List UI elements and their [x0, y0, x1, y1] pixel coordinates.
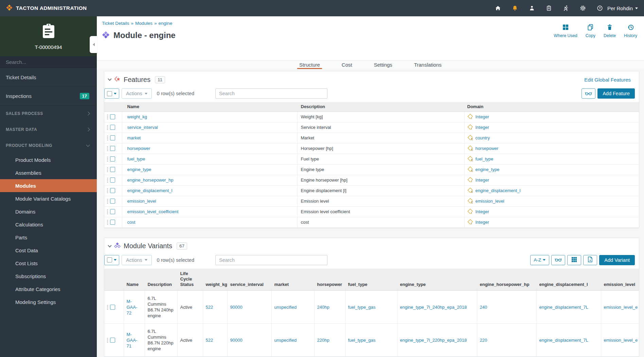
sidebar-search-input[interactable] [0, 59, 97, 65]
variants-collapse-chevron-icon[interactable] [108, 243, 111, 247]
sidebar-item-product-models[interactable]: Product Models [0, 153, 97, 166]
features-collapse-chevron-icon[interactable] [108, 77, 111, 81]
sidebar-item-cost-lists[interactable]: Cost Lists [0, 257, 97, 270]
variant-market-link[interactable]: unspecified [274, 338, 297, 343]
variant-emission-level-link[interactable]: emission_level_e [604, 305, 638, 310]
sidebar-collapse-button[interactable] [90, 36, 97, 53]
variants-grid-view-button[interactable] [567, 255, 581, 265]
variant-name-link[interactable]: M-GAA-72 [127, 299, 138, 316]
drag-handle-icon[interactable] [107, 209, 108, 214]
drag-handle-icon[interactable] [107, 125, 108, 130]
drag-handle-icon[interactable] [107, 114, 108, 119]
features-column-header[interactable]: Domain [464, 102, 639, 112]
domain-link[interactable]: engine_type [476, 167, 500, 172]
settings-gear-icon[interactable] [579, 5, 586, 12]
feature-name-link[interactable]: engine_displacement_l [127, 188, 173, 193]
variant-engine-displacement-l-link[interactable]: engine_displacement_7L [539, 305, 589, 310]
feature-name-link[interactable]: engine_type [127, 167, 151, 172]
variant-weight-kg-link[interactable]: 522 [206, 305, 213, 310]
variants-column-header[interactable]: Name [124, 269, 145, 291]
breadcrumb-ticket-details[interactable]: Ticket Details [102, 21, 129, 26]
domain-link[interactable]: horsepower [476, 146, 499, 151]
row-checkbox[interactable] [110, 156, 115, 162]
variant-engine-type-link[interactable]: engine_type_7l_220hp_epa_2018 [400, 338, 467, 343]
domain-link[interactable]: country [476, 135, 490, 140]
variants-column-header[interactable]: emission_level [601, 269, 639, 291]
drag-handle-icon[interactable] [107, 177, 108, 183]
drag-handle-icon[interactable] [107, 220, 108, 225]
variant-engine-horsepower-hp-link[interactable]: 220 [480, 338, 487, 343]
variant-fuel-type-link[interactable]: fuel_type_gas [348, 305, 376, 310]
row-checkbox[interactable] [110, 338, 115, 343]
row-checkbox[interactable] [110, 125, 115, 130]
variant-name-link[interactable]: M-GAA-71 [127, 332, 138, 348]
feature-name-link[interactable]: fuel_type [127, 156, 145, 162]
delete-button[interactable]: Delete [604, 24, 616, 38]
feature-name-link[interactable]: weight_kg [127, 114, 147, 119]
domain-link[interactable]: Integer [476, 209, 489, 214]
domain-link[interactable]: Integer [476, 177, 489, 183]
user-menu[interactable]: Per Rohdin [607, 5, 638, 11]
sidebar-item-parts[interactable]: Parts [0, 231, 97, 244]
select-all-checkbox[interactable] [107, 91, 112, 96]
features-column-header[interactable]: Description [297, 102, 464, 112]
history-button[interactable]: History [624, 24, 637, 38]
sidebar-item-attribute-categories[interactable]: Attribute Categories [0, 283, 97, 295]
row-checkbox[interactable] [110, 146, 115, 151]
variant-service-interval-link[interactable]: 90000 [230, 338, 243, 343]
variants-column-header[interactable]: horsepower [314, 269, 345, 291]
variants-search-input[interactable] [215, 255, 327, 265]
sidebar-section-master-data[interactable]: MASTER DATA [0, 121, 97, 137]
variants-column-header[interactable]: Life Cycle Status [177, 269, 203, 291]
variant-market-link[interactable]: unspecified [274, 305, 297, 310]
variant-fuel-type-link[interactable]: fuel_type_gas [348, 338, 376, 343]
sidebar-item-calculations[interactable]: Calculations [0, 218, 97, 231]
domain-link[interactable]: emission_level [476, 199, 504, 204]
sidebar-item-module-variant-catalogs[interactable]: Module Variant Catalogs [0, 192, 97, 205]
drag-handle-icon[interactable] [107, 305, 108, 310]
breadcrumb-modules[interactable]: Modules [135, 21, 153, 26]
tickets-clipboard-icon[interactable] [545, 5, 552, 12]
variants-sort-button[interactable]: A-Z [530, 255, 550, 265]
variant-engine-horsepower-hp-link[interactable]: 240 [480, 305, 487, 310]
variants-select-all-button[interactable] [104, 255, 119, 265]
drag-handle-icon[interactable] [107, 167, 108, 172]
row-checkbox[interactable] [110, 114, 115, 119]
feature-name-link[interactable]: market [127, 135, 141, 140]
variants-column-header[interactable]: Description [145, 269, 177, 291]
where-used-button[interactable]: Where Used [554, 24, 577, 38]
copy-button[interactable]: Copy [586, 24, 595, 38]
variant-horsepower-link[interactable]: 240hp [317, 305, 329, 310]
tab-settings[interactable]: Settings [374, 61, 392, 69]
variants-column-header[interactable]: market [271, 269, 314, 291]
variants-export-excel-button[interactable]: x [583, 255, 597, 265]
domain-link[interactable]: Integer [476, 125, 489, 130]
sidebar-item-inspections[interactable]: Inspections17 [0, 87, 97, 105]
variants-column-header[interactable]: weight_kg [203, 269, 227, 291]
drag-handle-icon[interactable] [107, 199, 108, 204]
variants-column-header[interactable]: engine_type [397, 269, 477, 291]
features-select-all-button[interactable] [104, 88, 119, 99]
sidebar-item-domains[interactable]: Domains [0, 205, 97, 218]
sidebar-section-sales-process[interactable]: SALES PROCESS [0, 105, 97, 121]
feature-name-link[interactable]: horsepower [127, 146, 150, 151]
variants-column-header[interactable]: engine_horsepower_hp [477, 269, 536, 291]
home-icon[interactable] [495, 5, 501, 12]
features-column-header[interactable]: Name [122, 102, 297, 112]
sidebar-item-assemblies[interactable]: Assemblies [0, 166, 97, 179]
row-checkbox[interactable] [110, 199, 115, 204]
features-actions-button[interactable]: Actions [122, 88, 152, 99]
variant-engine-displacement-l-link[interactable]: engine_displacement_7L [539, 338, 589, 343]
tab-cost[interactable]: Cost [342, 61, 352, 69]
drag-handle-icon[interactable] [107, 338, 108, 343]
drag-handle-icon[interactable] [107, 135, 108, 140]
domain-link[interactable]: fuel_type [476, 156, 494, 162]
features-search-input[interactable] [215, 88, 327, 99]
variant-horsepower-link[interactable]: 220hp [317, 338, 329, 343]
variants-column-header[interactable]: fuel_type [345, 269, 397, 291]
domain-link[interactable]: Integer [476, 220, 489, 225]
drag-handle-icon[interactable] [107, 146, 108, 151]
feature-name-link[interactable]: emission_level [127, 199, 156, 204]
drag-handle-icon[interactable] [107, 188, 108, 193]
select-all-checkbox[interactable] [107, 257, 112, 262]
